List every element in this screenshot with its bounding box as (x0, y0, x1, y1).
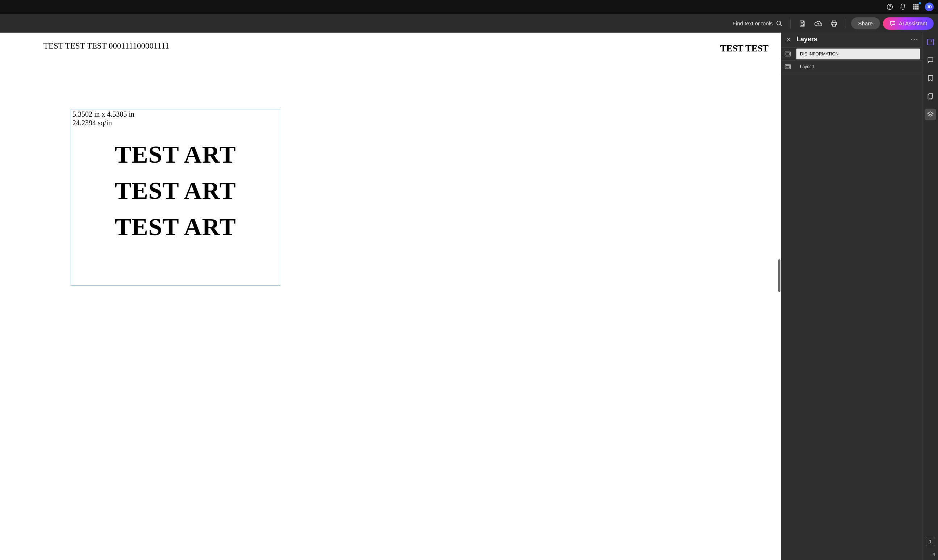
print-icon[interactable] (827, 17, 841, 30)
main-area: TEST TEST TEST 000111100001111 TEST TEST… (0, 32, 938, 560)
pages-panel-icon[interactable] (924, 91, 936, 102)
die-dimension-area: 24.2394 sq/in (72, 119, 112, 127)
document-toolbar: Find text or tools Share AI Assistant (0, 14, 938, 32)
svg-rect-20 (786, 53, 789, 55)
art-text-line-2: TEST ART (71, 176, 280, 205)
die-dimension-width-height: 5.3502 in x 4.5305 in (72, 110, 134, 118)
search-icon (776, 20, 783, 27)
layers-panel-icon[interactable] (924, 109, 936, 120)
ai-panel-icon[interactable] (924, 36, 936, 48)
find-text-label: Find text or tools (733, 20, 773, 26)
total-page-count: 4 (933, 552, 935, 557)
cloud-upload-icon[interactable] (812, 17, 825, 30)
svg-point-1 (889, 8, 890, 8)
comment-panel-icon[interactable] (924, 54, 936, 66)
layers-panel: Layers ··· DIE INFORMATION Layer 1 (781, 32, 922, 560)
art-text-line-3: TEST ART (71, 212, 280, 241)
ai-assistant-button[interactable]: AI Assistant (883, 17, 933, 30)
svg-rect-13 (801, 21, 803, 22)
svg-rect-22 (786, 66, 789, 68)
vertical-scrollbar-thumb[interactable] (778, 259, 780, 292)
layer-visibility-icon[interactable] (783, 50, 792, 58)
layer-label-container: DIE INFORMATION (797, 49, 920, 59)
panel-options-button[interactable]: ··· (911, 35, 918, 43)
page-header-right: TEST TEST (720, 43, 769, 54)
find-text-button[interactable]: Find text or tools (730, 18, 785, 29)
document-viewport[interactable]: TEST TEST TEST 000111100001111 TEST TEST… (0, 32, 781, 560)
svg-rect-14 (801, 23, 803, 25)
svg-rect-16 (832, 24, 835, 26)
layer-label: DIE INFORMATION (800, 51, 838, 57)
layer-label-container: Layer 1 (797, 61, 920, 72)
pdf-page: TEST TEST TEST 000111100001111 TEST TEST… (0, 32, 781, 560)
app-topbar: JD (0, 0, 938, 14)
svg-line-12 (780, 24, 781, 26)
help-icon[interactable] (886, 3, 894, 11)
svg-rect-25 (929, 94, 932, 98)
svg-rect-9 (915, 8, 916, 10)
svg-point-11 (777, 21, 781, 25)
svg-rect-23 (927, 39, 933, 45)
layers-panel-header: Layers ··· (781, 32, 922, 48)
layer-label: Layer 1 (800, 64, 815, 69)
bookmark-panel-icon[interactable] (924, 72, 936, 84)
svg-rect-5 (913, 6, 915, 8)
notifications-icon[interactable] (899, 3, 907, 11)
layer-row[interactable]: Layer 1 (781, 60, 922, 73)
svg-rect-7 (917, 6, 919, 8)
svg-rect-4 (917, 5, 919, 6)
close-panel-button[interactable] (786, 37, 791, 42)
apps-grid-icon[interactable] (912, 3, 920, 11)
current-page-indicator[interactable]: 1 (926, 537, 935, 546)
svg-rect-2 (913, 5, 915, 6)
user-avatar[interactable]: JD (925, 3, 933, 11)
svg-rect-8 (913, 8, 915, 10)
right-tool-strip: 1 4 (922, 32, 938, 560)
svg-rect-10 (917, 8, 919, 10)
page-header-left: TEST TEST TEST 000111100001111 (43, 41, 169, 51)
toolbar-separator (790, 19, 790, 28)
svg-rect-3 (915, 5, 916, 6)
apps-notification-dot (919, 2, 921, 5)
save-icon[interactable] (796, 17, 809, 30)
svg-rect-6 (915, 6, 916, 8)
die-outline-box: 5.3502 in x 4.5305 in 24.2394 sq/in TEST… (71, 109, 280, 286)
layer-row[interactable]: DIE INFORMATION (781, 48, 922, 60)
layers-panel-title: Layers (797, 35, 906, 43)
art-text-line-1: TEST ART (71, 140, 280, 169)
ai-chat-icon (889, 20, 896, 27)
ai-assistant-label: AI Assistant (899, 20, 927, 26)
layer-visibility-icon[interactable] (783, 62, 792, 71)
share-button[interactable]: Share (851, 17, 880, 29)
toolbar-separator (846, 19, 846, 28)
